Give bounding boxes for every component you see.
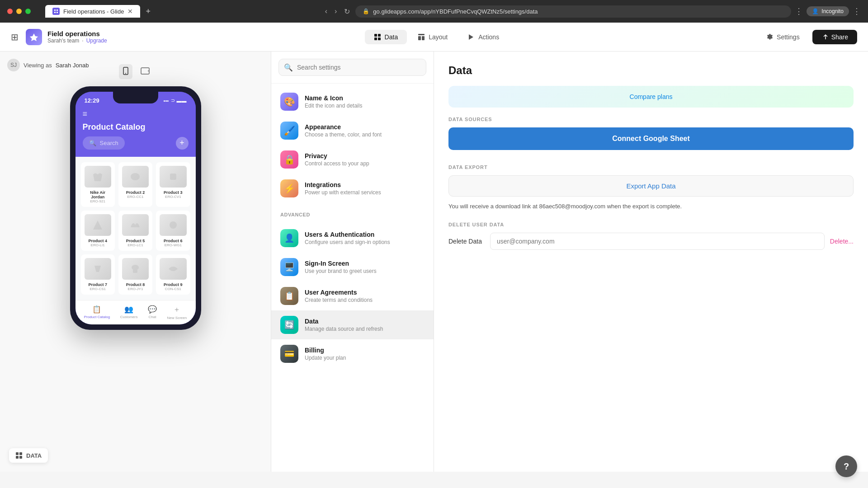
url-text: go.glideapps.com/app/nYBDFufPneCvqQWZtNz…	[373, 8, 538, 15]
settings-section-main: 🎨 Name & Icon Edit the icon and details …	[271, 84, 434, 206]
settings-item-data[interactable]: 🔄 Data Manage data source and refresh	[271, 310, 434, 339]
delete-data-label: Delete Data	[448, 238, 485, 245]
product-grid: Nike Air Jordan ERO-921 Product 2 ERO-CC…	[81, 162, 190, 295]
browser-chrome: Field operations - Glide ✕ + ‹ › ↻ 🔒 go.…	[0, 0, 868, 23]
delete-user-data-label: DELETE USER DATA	[448, 222, 854, 227]
settings-item-name-icon[interactable]: 🎨 Name & Icon Edit the icon and details	[271, 87, 434, 116]
browser-tab[interactable]: Field operations - Glide ✕	[45, 5, 140, 18]
svg-rect-3	[57, 12, 58, 13]
connect-google-sheet-button[interactable]: Connect Google Sheet	[448, 127, 854, 150]
product-image	[85, 166, 111, 188]
settings-icon-agreements: 📋	[280, 287, 298, 305]
settings-text-signin: Sign-In Screen Use your brand to greet u…	[305, 260, 425, 274]
tab-close[interactable]: ✕	[127, 8, 133, 15]
share-button[interactable]: Share	[812, 30, 857, 44]
settings-text-privacy: Privacy Control access to your app	[305, 152, 425, 167]
compare-plans-area: Compare plans	[448, 86, 854, 108]
phone-header: ≡ Product Catalog 🔍 Search +	[75, 106, 196, 157]
search-input-wrap: 🔍	[278, 59, 426, 76]
preview-panel: SJ Viewing as Sarah Jonab 12:29	[0, 52, 271, 472]
phone-mockup: 12:29 ▪▪▪ ⊃ ▬▬ ≡ Product Catalog	[70, 86, 201, 330]
product-image	[122, 166, 149, 188]
settings-item-privacy[interactable]: 🔒 Privacy Control access to your app	[271, 145, 434, 174]
nav-tab-layout[interactable]: Layout	[409, 30, 457, 44]
settings-section-advanced: 👤 Users & Authentication Configure users…	[271, 220, 434, 372]
product-image	[160, 214, 186, 236]
delete-row: Delete Data Delete...	[448, 233, 854, 250]
svg-rect-9	[418, 34, 425, 35]
settings-icon-appearance: 🖌️	[280, 122, 298, 140]
upgrade-link[interactable]: Upgrade	[86, 38, 107, 44]
user-avatar: SJ	[7, 59, 20, 71]
settings-item-appearance[interactable]: 🖌️ Appearance Choose a theme, color, and…	[271, 116, 434, 145]
product-image	[160, 166, 186, 188]
settings-icon-privacy: 🔒	[280, 150, 298, 169]
nav-tab-data[interactable]: Data	[365, 30, 407, 44]
svg-point-20	[170, 221, 177, 229]
svg-rect-5	[374, 34, 377, 37]
back-button[interactable]: ‹	[323, 5, 329, 17]
reload-button[interactable]: ↻	[342, 5, 352, 18]
search-settings-input[interactable]	[278, 59, 426, 76]
settings-item-users-auth[interactable]: 👤 Users & Authentication Configure users…	[271, 224, 434, 253]
advanced-section-label: ADVANCED	[271, 206, 434, 220]
bottom-nav-customers: 👥 Customers	[120, 305, 138, 320]
settings-text-users: Users & Authentication Configure users a…	[305, 231, 425, 245]
settings-icon-users: 👤	[280, 229, 298, 247]
svg-rect-25	[16, 456, 19, 459]
data-panel: Data Compare plans DATA SOURCES Connect …	[434, 52, 868, 472]
settings-text-billing: Billing Update your plan	[305, 347, 425, 361]
tablet-view-button[interactable]	[138, 64, 152, 79]
svg-rect-8	[378, 38, 381, 40]
data-label-badge: DATA	[9, 448, 48, 463]
svg-point-17	[131, 173, 140, 180]
product-image	[160, 258, 186, 280]
svg-rect-23	[16, 452, 19, 455]
delete-action-link[interactable]: Delete...	[830, 238, 854, 245]
help-button[interactable]: ?	[835, 455, 857, 477]
view-as-bar: SJ Viewing as Sarah Jonab	[7, 59, 89, 71]
phone-time: 12:29	[85, 97, 99, 104]
svg-marker-12	[469, 34, 473, 40]
settings-text-appearance: Appearance Choose a theme, color, and fo…	[305, 123, 425, 138]
settings-panel: 🔍 🎨 Name & Icon Edit the icon and detail…	[271, 52, 434, 472]
list-item: Product 5 ERO-LC1	[118, 211, 152, 251]
settings-button[interactable]: Settings	[759, 30, 807, 44]
svg-rect-18	[170, 174, 176, 180]
app-logo	[26, 29, 42, 45]
nav-tabs: Data Layout Actions	[122, 30, 751, 44]
settings-item-signin-screen[interactable]: 🖥️ Sign-In Screen Use your brand to gree…	[271, 253, 434, 282]
delete-data-input[interactable]	[490, 233, 825, 250]
phone-bottom-nav: 📋 Product Catalog 👥 Customers 💬 Chat	[75, 300, 196, 324]
app-name: Field operations	[47, 30, 107, 38]
list-item: Product 3 ERO-CV1	[156, 162, 190, 207]
svg-rect-10	[418, 36, 421, 40]
settings-item-user-agreements[interactable]: 📋 User Agreements Create terms and condi…	[271, 282, 434, 310]
export-app-data-button[interactable]: Export App Data	[448, 175, 854, 197]
product-image	[122, 214, 149, 236]
list-item: Product 2 ERO-CC1	[118, 162, 152, 207]
phone-search: 🔍 Search	[83, 136, 125, 150]
address-bar[interactable]: 🔒 go.glideapps.com/app/nYBDFufPneCvqQWZt…	[355, 5, 791, 18]
forward-button[interactable]: ›	[333, 5, 339, 17]
settings-item-billing[interactable]: 💳 Billing Update your plan	[271, 339, 434, 368]
svg-rect-6	[378, 34, 381, 37]
list-item: Product 6 ERO-WG1	[156, 211, 190, 251]
new-tab-button[interactable]: +	[142, 5, 154, 18]
nav-tab-actions[interactable]: Actions	[458, 30, 508, 44]
grid-icon[interactable]: ⊞	[11, 32, 19, 42]
settings-item-integrations[interactable]: ⚡ Integrations Power up with external se…	[271, 174, 434, 203]
svg-rect-2	[54, 12, 56, 13]
phone-add-button: +	[176, 137, 189, 150]
view-as-user: Sarah Jonab	[56, 62, 89, 69]
search-settings: 🔍	[271, 52, 434, 84]
phone-screen: 12:29 ▪▪▪ ⊃ ▬▬ ≡ Product Catalog	[75, 92, 196, 324]
mobile-view-button[interactable]	[119, 64, 132, 79]
svg-rect-1	[57, 9, 58, 11]
data-sources-label: DATA SOURCES	[448, 117, 854, 122]
export-description: You will receive a download link at 86ae…	[448, 202, 854, 211]
compare-plans-link[interactable]: Compare plans	[458, 93, 844, 100]
tab-title: Field operations - Glide	[63, 8, 124, 15]
settings-icon-signin: 🖥️	[280, 258, 298, 276]
list-item: Product 7 ERO-CS1	[81, 254, 115, 295]
